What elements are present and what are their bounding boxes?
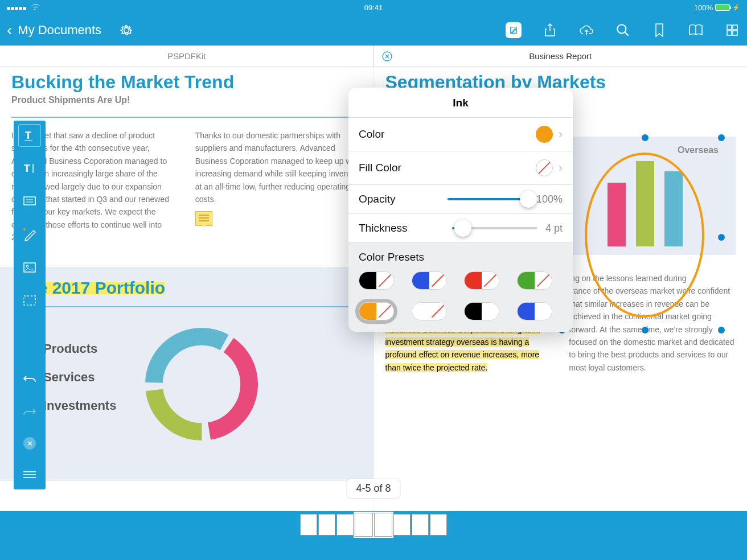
tab-business-report[interactable]: Business Report (374, 46, 748, 67)
settings-button[interactable] (118, 22, 134, 38)
page-thumb-8[interactable] (430, 514, 447, 536)
tab-pspdfkit[interactable]: PSPDFKit (0, 46, 374, 67)
page-thumb-5[interactable] (374, 513, 392, 537)
chevron-right-icon: › (559, 127, 563, 142)
page-thumb-7[interactable] (412, 514, 429, 536)
freetext-tool[interactable]: T (22, 160, 38, 176)
preset-blue-none[interactable] (412, 271, 447, 290)
search-icon (615, 23, 630, 38)
document-tabs: PSPDFKit Business Report (0, 46, 747, 67)
signal-dots-icon (7, 3, 27, 12)
status-bar: 09:41 100% ⚡ (0, 0, 747, 15)
donut-chart (139, 322, 264, 447)
redo-icon (23, 407, 36, 417)
preset-white-none[interactable] (412, 302, 447, 320)
share-icon (543, 23, 557, 38)
page-indicator: 4-5 of 8 (346, 479, 400, 499)
back-title[interactable]: My Documents (18, 23, 101, 38)
bookmark-button[interactable] (651, 22, 667, 38)
text-highlight-icon: T (23, 129, 36, 142)
fill-color-row[interactable]: Fill Color › (348, 151, 573, 184)
bottom-bar (0, 538, 747, 560)
svg-point-0 (617, 24, 626, 33)
close-tab-button[interactable] (382, 51, 392, 61)
page-thumb-1[interactable] (300, 514, 317, 536)
divider (11, 117, 362, 118)
annotate-button[interactable] (506, 22, 522, 38)
thumbnail-strip[interactable] (0, 511, 747, 538)
pencil-square-icon (509, 24, 518, 36)
preset-black-white[interactable] (464, 302, 499, 320)
note-annotation-icon[interactable] (195, 211, 212, 226)
highlight-annotation[interactable]: Advanced Business Corporation's long-ter… (385, 325, 541, 372)
body-column-2: Thanks to our domestic partnerships with… (195, 129, 362, 244)
ink-inspector-popover: Ink Color › Fill Color › Opacity 100% Th… (348, 88, 573, 332)
page-thumb-6[interactable] (393, 514, 411, 536)
opacity-row: Opacity 100% (348, 184, 573, 213)
no-fill-icon (536, 159, 553, 176)
nav-bar: ‹ My Documents (0, 15, 747, 46)
bookmark-icon (654, 23, 664, 38)
status-time: 09:41 (251, 3, 495, 12)
svg-text:T: T (25, 130, 31, 141)
opacity-slider[interactable] (448, 198, 528, 200)
preset-blue-white[interactable] (517, 302, 552, 320)
cloud-button[interactable] (578, 22, 594, 38)
thumbnails-button[interactable] (724, 22, 740, 38)
close-toolbar-button[interactable]: ✕ (23, 437, 36, 450)
ink-annotation[interactable] (585, 153, 704, 318)
close-icon (382, 51, 392, 61)
page-title: Bucking the Market Trend (11, 72, 362, 93)
thickness-slider[interactable] (452, 227, 537, 229)
back-chevron-icon[interactable]: ‹ (7, 21, 12, 39)
battery-percent: 100% (694, 3, 713, 12)
cloud-upload-icon (578, 24, 594, 36)
wifi-icon (30, 4, 39, 11)
slider-thumb[interactable] (454, 220, 471, 237)
color-presets-section: Color Presets (348, 243, 573, 332)
gear-icon (119, 23, 134, 38)
highlight-text-tool[interactable]: T (22, 127, 38, 143)
grid-icon (725, 23, 739, 37)
preset-orange-none[interactable] (359, 302, 394, 320)
slider-thumb[interactable] (520, 191, 537, 208)
svg-point-8 (23, 228, 26, 230)
undo-button[interactable] (22, 371, 38, 387)
search-button[interactable] (615, 22, 631, 38)
marquee-icon (23, 295, 36, 306)
book-icon (688, 23, 704, 37)
redo-button[interactable] (22, 404, 38, 420)
color-row[interactable]: Color › (348, 117, 573, 151)
svg-rect-11 (24, 296, 35, 305)
svg-text:T: T (24, 163, 30, 174)
chevron-right-icon: › (559, 160, 563, 175)
ink-tool[interactable] (22, 227, 38, 242)
image-tool[interactable] (22, 260, 38, 275)
outline-button[interactable] (688, 22, 704, 38)
more-button[interactable] (22, 467, 38, 483)
image-icon (23, 262, 36, 273)
page-thumb-3[interactable] (336, 514, 354, 536)
portfolio-section: The 2017 Portfolio Products Services Inv… (0, 267, 374, 481)
lines-icon (23, 471, 36, 479)
undo-icon (23, 374, 36, 384)
svg-rect-7 (24, 197, 35, 205)
preset-black-none[interactable] (359, 271, 394, 290)
page-subtitle: Product Shipments Are Up! (11, 95, 362, 105)
page-thumb-4[interactable] (355, 513, 373, 537)
divider (17, 306, 356, 307)
pen-icon (22, 227, 37, 242)
note-icon (23, 196, 36, 207)
popover-title: Ink (348, 88, 573, 117)
color-swatch-icon (536, 126, 553, 143)
preset-green-none[interactable] (517, 271, 552, 290)
text-cursor-icon: T (23, 162, 36, 175)
share-button[interactable] (542, 22, 558, 38)
preset-red-none[interactable] (464, 271, 499, 290)
selection-tool[interactable] (22, 293, 38, 308)
page-4[interactable]: Bucking the Market Trend Product Shipmen… (0, 67, 374, 511)
charging-icon: ⚡ (732, 4, 740, 11)
note-tool[interactable] (22, 193, 38, 209)
annotation-toolbar: T T ✕ (14, 121, 46, 489)
page-thumb-2[interactable] (318, 514, 335, 536)
